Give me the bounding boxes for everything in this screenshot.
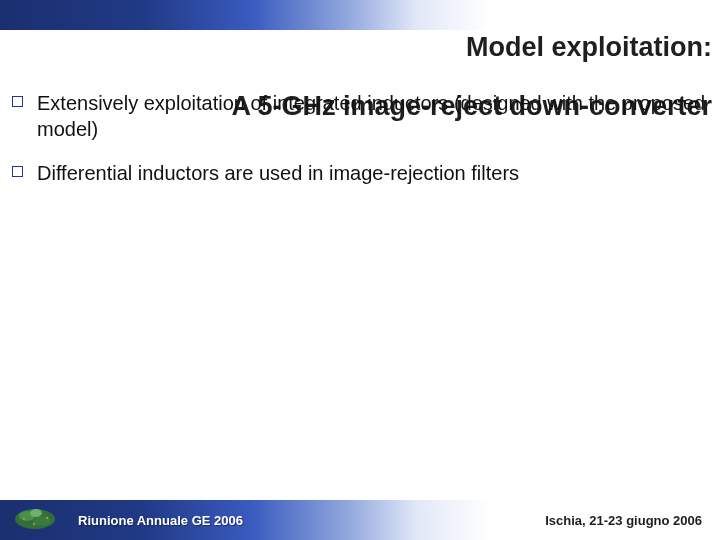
svg-point-4 [23, 518, 25, 520]
bullet-item: Differential inductors are used in image… [12, 160, 708, 186]
square-bullet-icon [12, 96, 23, 107]
slide: Model exploitation: A 5-GHz image-reject… [0, 0, 720, 540]
slide-body: Extensively exploitation of integrated i… [12, 90, 708, 204]
footer-left-text: Riunione Annuale GE 2006 [78, 513, 243, 528]
bullet-text: Differential inductors are used in image… [37, 160, 519, 186]
logo-icon [12, 499, 58, 533]
svg-point-5 [46, 517, 48, 519]
title-line-1: Model exploitation: [466, 32, 712, 62]
svg-point-2 [33, 516, 51, 526]
bullet-text: Extensively exploitation of integrated i… [37, 90, 708, 142]
bullet-item: Extensively exploitation of integrated i… [12, 90, 708, 142]
square-bullet-icon [12, 166, 23, 177]
footer-right-text: Ischia, 21-23 giugno 2006 [545, 513, 702, 528]
svg-point-3 [30, 509, 42, 517]
svg-point-6 [33, 523, 35, 525]
